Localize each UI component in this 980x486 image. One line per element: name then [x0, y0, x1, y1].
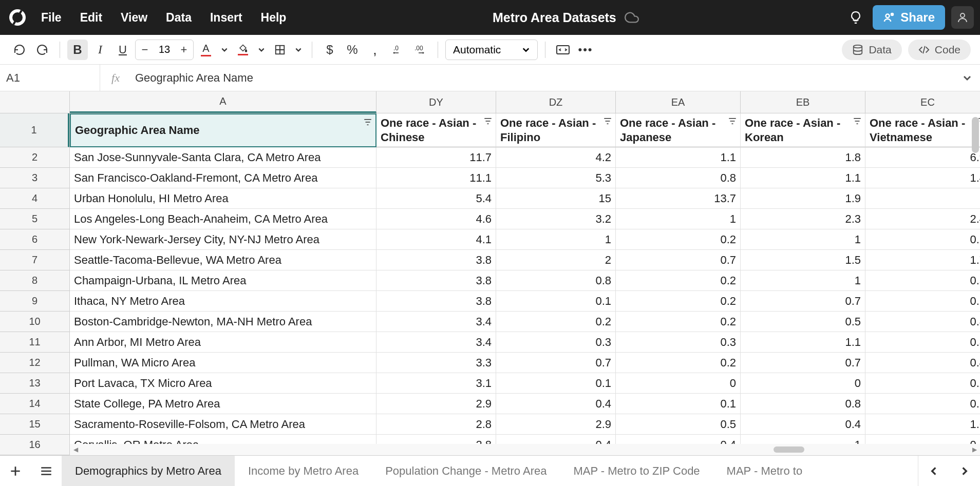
- cell[interactable]: 0.2: [616, 270, 741, 291]
- menu-insert[interactable]: Insert: [210, 11, 242, 25]
- cell[interactable]: 0.2: [865, 229, 980, 250]
- cell[interactable]: 0.2: [616, 312, 741, 332]
- cell[interactable]: 0.5: [616, 414, 741, 435]
- row-header-3[interactable]: 3: [0, 168, 69, 188]
- user-button[interactable]: [951, 6, 974, 29]
- column-header-DZ[interactable]: DZ: [496, 91, 616, 113]
- header-cell[interactable]: One race - Asian - Korean: [741, 113, 865, 147]
- cell[interactable]: 0.1: [496, 291, 616, 312]
- filter-icon[interactable]: [728, 116, 737, 126]
- column-header-EC[interactable]: EC: [865, 91, 980, 113]
- cell[interactable]: Urban Honolulu, HI Metro Area: [70, 188, 376, 209]
- cell[interactable]: 3.3: [376, 353, 496, 373]
- cell[interactable]: Ithaca, NY Metro Area: [70, 291, 376, 312]
- cell[interactable]: 0.7: [616, 250, 741, 270]
- share-button[interactable]: Share: [873, 5, 945, 30]
- fill-color-button[interactable]: [233, 40, 253, 60]
- more-button[interactable]: •••: [575, 40, 596, 60]
- cell[interactable]: 0.3: [865, 332, 980, 353]
- cell[interactable]: 0.2: [865, 373, 980, 394]
- next-sheet-button[interactable]: [949, 456, 980, 487]
- cell[interactable]: 0.3: [616, 332, 741, 353]
- cell[interactable]: 0.1: [616, 394, 741, 414]
- cell[interactable]: San Francisco-Oakland-Fremont, CA Metro …: [70, 168, 376, 188]
- cell[interactable]: 0.5: [865, 270, 980, 291]
- bold-button[interactable]: B: [67, 40, 88, 60]
- doc-title[interactable]: Metro Area Datasets: [493, 10, 616, 25]
- column-header-EA[interactable]: EA: [616, 91, 741, 113]
- row-header-8[interactable]: 8: [0, 270, 69, 291]
- sheet-tab[interactable]: MAP - Metro to: [713, 456, 816, 487]
- font-size-increase[interactable]: +: [175, 40, 193, 60]
- header-cell[interactable]: One race - Asian - Filipino: [496, 113, 616, 147]
- idea-button[interactable]: [845, 7, 866, 28]
- cell[interactable]: 0.8: [616, 168, 741, 188]
- cell[interactable]: 0.7: [741, 353, 865, 373]
- cell[interactable]: 0.8: [865, 312, 980, 332]
- cell[interactable]: 0: [741, 373, 865, 394]
- cell[interactable]: 3.4: [376, 332, 496, 353]
- cell[interactable]: 1: [616, 209, 741, 229]
- menu-data[interactable]: Data: [166, 11, 192, 25]
- filter-icon[interactable]: [483, 116, 493, 126]
- cell[interactable]: 1.8: [741, 147, 865, 168]
- select-all-corner[interactable]: [0, 91, 70, 113]
- cell[interactable]: 0.8: [496, 270, 616, 291]
- cell[interactable]: 15: [496, 188, 616, 209]
- cell[interactable]: 0.7: [741, 291, 865, 312]
- cell[interactable]: 1: [741, 270, 865, 291]
- cell[interactable]: 3.1: [376, 373, 496, 394]
- scroll-left-button[interactable]: ◀: [70, 444, 81, 455]
- row-header-16[interactable]: 16: [0, 435, 69, 455]
- header-cell[interactable]: One race - Asian - Vietnamese: [865, 113, 980, 147]
- cell[interactable]: 1.4: [865, 168, 980, 188]
- cell[interactable]: 4.6: [376, 209, 496, 229]
- add-sheet-button[interactable]: [0, 456, 31, 487]
- text-color-dropdown[interactable]: [218, 40, 231, 60]
- underline-button[interactable]: U: [112, 40, 133, 60]
- text-color-button[interactable]: A: [196, 40, 216, 60]
- cell[interactable]: 13.7: [616, 188, 741, 209]
- menu-file[interactable]: File: [41, 11, 62, 25]
- row-header-1[interactable]: 1: [0, 113, 69, 147]
- cell[interactable]: Seattle-Tacoma-Bellevue, WA Metro Area: [70, 250, 376, 270]
- menu-edit[interactable]: Edit: [80, 11, 102, 25]
- italic-button[interactable]: I: [90, 40, 110, 60]
- cell[interactable]: 3.8: [376, 270, 496, 291]
- cell[interactable]: 0.8: [741, 394, 865, 414]
- code-panel-button[interactable]: Code: [908, 40, 971, 60]
- cell[interactable]: 5.3: [496, 168, 616, 188]
- cell[interactable]: 2.4: [865, 209, 980, 229]
- fill-color-dropdown[interactable]: [255, 40, 268, 60]
- cell[interactable]: Port Lavaca, TX Micro Area: [70, 373, 376, 394]
- formula-expand-button[interactable]: [954, 73, 980, 83]
- cell[interactable]: 5.4: [376, 188, 496, 209]
- increase-decimal-button[interactable]: .00: [410, 40, 430, 60]
- cell[interactable]: 0.2: [496, 312, 616, 332]
- cell[interactable]: 11.1: [376, 168, 496, 188]
- font-size-value[interactable]: 13: [154, 44, 175, 55]
- cell[interactable]: 0: [616, 373, 741, 394]
- cell[interactable]: 1.9: [741, 188, 865, 209]
- cell[interactable]: 2.8: [376, 414, 496, 435]
- scroll-right-button[interactable]: ▶: [969, 444, 980, 455]
- cell[interactable]: State College, PA Metro Area: [70, 394, 376, 414]
- filter-icon[interactable]: [603, 116, 612, 126]
- cell[interactable]: 1: [496, 229, 616, 250]
- cell[interactable]: Champaign-Urbana, IL Metro Area: [70, 270, 376, 291]
- cell[interactable]: 1: [741, 229, 865, 250]
- cell[interactable]: 1: [865, 188, 980, 209]
- row-header-5[interactable]: 5: [0, 209, 69, 229]
- sheet-tab[interactable]: Demographics by Metro Area: [62, 456, 235, 487]
- percent-button[interactable]: %: [342, 40, 363, 60]
- cell-reference[interactable]: A1: [0, 65, 100, 91]
- row-header-4[interactable]: 4: [0, 188, 69, 209]
- cell[interactable]: 0.3: [496, 332, 616, 353]
- borders-button[interactable]: [270, 40, 290, 60]
- number-format-select[interactable]: Automatic: [445, 40, 538, 60]
- row-header-15[interactable]: 15: [0, 414, 69, 435]
- currency-button[interactable]: $: [319, 40, 340, 60]
- cell[interactable]: 0.2: [616, 291, 741, 312]
- data-panel-button[interactable]: Data: [842, 40, 901, 60]
- code-cell-button[interactable]: [553, 40, 573, 60]
